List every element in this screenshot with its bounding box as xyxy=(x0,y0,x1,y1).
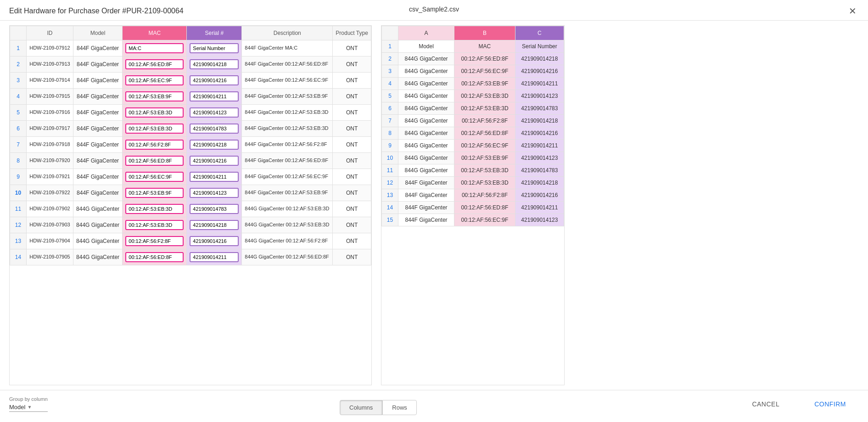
row-num-cell: 10 xyxy=(10,185,27,201)
serial-input[interactable] xyxy=(190,59,239,69)
csv-row: 2 844G GigaCenter 00:12:AF:56:ED:8F 4219… xyxy=(382,53,564,65)
csv-row-num: 6 xyxy=(382,102,398,115)
csv-cell-b: 00:12:AF:56:F2:8F xyxy=(454,189,515,202)
mac-cell xyxy=(123,185,187,201)
mac-input[interactable] xyxy=(125,91,184,101)
col-header-type: Product Type xyxy=(333,26,371,40)
view-toggle-buttons: Columns Rows xyxy=(340,400,417,415)
row-num-cell: 11 xyxy=(10,201,27,217)
csv-row-num: 11 xyxy=(382,164,398,177)
serial-input[interactable] xyxy=(190,43,239,53)
serial-cell xyxy=(187,169,242,185)
csv-row-num: 15 xyxy=(382,214,398,226)
mac-input[interactable] xyxy=(125,124,184,134)
csv-row-num: 4 xyxy=(382,78,398,90)
table-row: 11 HDW-2109-07902 844G GigaCenter 844G G… xyxy=(10,201,371,217)
mac-cell xyxy=(123,89,187,105)
desc-cell: 844F GigaCenter 00:12:AF:56:ED:8F xyxy=(242,56,333,73)
csv-cell-a: 844G GigaCenter xyxy=(398,78,454,90)
csv-row-num: 5 xyxy=(382,90,398,102)
mac-cell xyxy=(123,153,187,169)
mac-input[interactable] xyxy=(125,140,184,150)
csv-row-num: 3 xyxy=(382,65,398,78)
hardware-table: ID Model MAC Serial # Description Produc… xyxy=(10,26,371,265)
desc-cell: 844F GigaCenter 00:12:AF:56:EC:9F xyxy=(242,73,333,89)
csv-row: 12 844F GigaCenter 00:12:AF:53:EB:3D 421… xyxy=(382,177,564,189)
rows-button[interactable]: Rows xyxy=(382,400,417,415)
csv-col-header-b: B xyxy=(454,26,515,40)
model-cell: 844F GigaCenter xyxy=(73,121,122,137)
serial-input[interactable] xyxy=(190,252,239,262)
desc-cell: 844F GigaCenter MA:C xyxy=(242,40,333,56)
serial-cell xyxy=(187,105,242,121)
csv-cell-b: 00:12:AF:53:EB:9F xyxy=(454,152,515,164)
mac-input[interactable] xyxy=(125,59,184,69)
group-by-select[interactable]: Model ▼ xyxy=(9,404,48,412)
csv-filename: csv_Sample2.csv xyxy=(409,6,459,13)
csv-row-num: 8 xyxy=(382,127,398,140)
serial-input[interactable] xyxy=(190,75,239,85)
serial-input[interactable] xyxy=(190,220,239,230)
col-header-id: ID xyxy=(27,26,73,40)
mac-input[interactable] xyxy=(125,236,184,246)
csv-cell-b: 00:12:AF:53:EB:3D xyxy=(454,164,515,177)
serial-input[interactable] xyxy=(190,91,239,101)
id-cell: HDW-2109-07914 xyxy=(27,73,73,89)
serial-input[interactable] xyxy=(190,188,239,198)
table-row: 7 HDW-2109-07918 844F GigaCenter 844F Gi… xyxy=(10,137,371,153)
id-cell: HDW-2109-07912 xyxy=(27,40,73,56)
table-row: 6 HDW-2109-07917 844F GigaCenter 844F Gi… xyxy=(10,121,371,137)
mac-cell xyxy=(123,40,187,56)
mac-input[interactable] xyxy=(125,220,184,230)
mac-input[interactable] xyxy=(125,172,184,182)
mac-input[interactable] xyxy=(125,188,184,198)
serial-input[interactable] xyxy=(190,140,239,150)
mac-cell xyxy=(123,217,187,233)
model-cell: 844F GigaCenter xyxy=(73,153,122,169)
csv-cell-b: 00:12:AF:53:EB:3D xyxy=(454,90,515,102)
cancel-button[interactable]: CANCEL xyxy=(739,396,792,412)
serial-cell xyxy=(187,137,242,153)
mac-cell xyxy=(123,169,187,185)
left-panel: ID Model MAC Serial # Description Produc… xyxy=(9,25,372,385)
type-cell: ONT xyxy=(333,56,371,73)
csv-cell-a: 844G GigaCenter xyxy=(398,164,454,177)
mac-cell xyxy=(123,249,187,265)
mac-input[interactable] xyxy=(125,75,184,85)
type-cell: ONT xyxy=(333,73,371,89)
mac-input[interactable] xyxy=(125,156,184,166)
csv-row: 7 844G GigaCenter 00:12:AF:56:F2:8F 4219… xyxy=(382,115,564,127)
mac-input[interactable] xyxy=(125,252,184,262)
csv-cell-c: 421909014216 xyxy=(515,65,564,78)
csv-row: 8 844G GigaCenter 00:12:AF:56:ED:8F 4219… xyxy=(382,127,564,140)
csv-cell-a: 844F GigaCenter xyxy=(398,202,454,214)
right-panel: A B C 1 Model MAC Serial Number 2 844G G… xyxy=(381,25,565,385)
serial-input[interactable] xyxy=(190,107,239,118)
serial-cell xyxy=(187,153,242,169)
col-header-desc: Description xyxy=(242,26,333,40)
model-cell: 844G GigaCenter xyxy=(73,217,122,233)
model-cell: 844F GigaCenter xyxy=(73,40,122,56)
type-cell: ONT xyxy=(333,201,371,217)
serial-input[interactable] xyxy=(190,124,239,134)
row-num-cell: 5 xyxy=(10,105,27,121)
left-table-wrapper[interactable]: ID Model MAC Serial # Description Produc… xyxy=(9,25,372,385)
confirm-button[interactable]: CONFIRM xyxy=(801,396,859,412)
mac-cell xyxy=(123,56,187,73)
columns-button[interactable]: Columns xyxy=(340,400,382,415)
right-table-wrapper[interactable]: A B C 1 Model MAC Serial Number 2 844G G… xyxy=(381,26,564,385)
mac-input[interactable] xyxy=(125,204,184,214)
mac-input[interactable] xyxy=(125,107,184,118)
serial-input[interactable] xyxy=(190,172,239,182)
close-button[interactable]: ✕ xyxy=(846,5,859,17)
serial-cell xyxy=(187,249,242,265)
serial-input[interactable] xyxy=(190,236,239,246)
id-cell: HDW-2109-07918 xyxy=(27,137,73,153)
mac-input[interactable] xyxy=(125,43,184,53)
csv-row: 3 844G GigaCenter 00:12:AF:56:EC:9F 4219… xyxy=(382,65,564,78)
serial-input[interactable] xyxy=(190,156,239,166)
serial-input[interactable] xyxy=(190,204,239,214)
id-cell: HDW-2109-07921 xyxy=(27,169,73,185)
type-cell: ONT xyxy=(333,153,371,169)
footer-right: CANCEL CONFIRM xyxy=(739,396,859,412)
